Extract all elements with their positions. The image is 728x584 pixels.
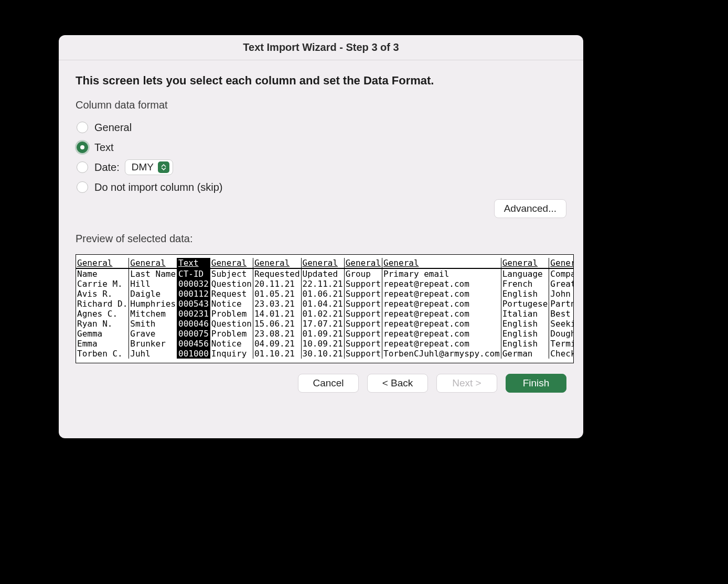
select-arrows-icon	[158, 161, 169, 173]
preview-table[interactable]: GeneralGeneralTextGeneralGeneralGeneralG…	[76, 258, 574, 359]
preview-pane[interactable]: GeneralGeneralTextGeneralGeneralGeneralG…	[76, 254, 574, 363]
table-row: Agnes C.Mitchem000231Problem14.01.2101.0…	[76, 309, 574, 319]
preview-label: Preview of selected data:	[76, 233, 566, 245]
table-row: EmmaBrunker000456Notice04.09.2110.09.21S…	[76, 339, 574, 349]
dialog-title: Text Import Wizard - Step 3 of 3	[59, 35, 583, 60]
column-format-radios: General Text Date: DMY Do not i	[77, 117, 566, 197]
column-header[interactable]: General	[382, 258, 501, 268]
radio-skip[interactable]	[77, 181, 88, 193]
column-header[interactable]: General	[210, 258, 253, 268]
instruction-text: This screen lets you select each column …	[76, 74, 566, 88]
table-row: Carrie M.Hill000032Question20.11.2122.11…	[76, 279, 574, 289]
column-header[interactable]: General	[253, 258, 301, 268]
next-button: Next >	[436, 374, 497, 393]
radio-general[interactable]	[77, 122, 88, 133]
column-header[interactable]: General	[301, 258, 344, 268]
column-header[interactable]: General	[549, 258, 574, 268]
advanced-button[interactable]: Advanced...	[494, 199, 566, 218]
dialog-footer: Cancel < Back Next > Finish	[76, 374, 566, 393]
radio-date-label: Date:	[94, 161, 120, 174]
table-row: Ryan N.Smith000046Question15.06.2117.07.…	[76, 319, 574, 329]
radio-text[interactable]	[77, 142, 88, 153]
column-format-label: Column data format	[76, 99, 566, 111]
cancel-button[interactable]: Cancel	[298, 374, 359, 393]
column-header[interactable]: General	[501, 258, 549, 268]
back-button[interactable]: < Back	[367, 374, 428, 393]
finish-button[interactable]: Finish	[506, 374, 566, 393]
radio-general-label: General	[94, 122, 132, 134]
import-wizard-dialog: Text Import Wizard - Step 3 of 3 This sc…	[59, 35, 583, 438]
table-row: Torben C.Juhl001000Inquiry01.10.2130.10.…	[76, 349, 574, 359]
column-header[interactable]: General	[129, 258, 177, 268]
date-format-value: DMY	[132, 161, 154, 173]
table-row: Avis R.Daigle000112Request01.05.2101.06.…	[76, 289, 574, 299]
column-header[interactable]: Text	[177, 258, 210, 268]
radio-skip-label: Do not import column (skip)	[94, 181, 223, 193]
column-header[interactable]: General	[344, 258, 382, 268]
table-row: GemmaGrave000075Problem23.08.2101.09.21S…	[76, 329, 574, 339]
date-format-select[interactable]: DMY	[125, 159, 173, 175]
radio-date[interactable]	[77, 161, 88, 173]
column-header[interactable]: General	[76, 258, 129, 268]
table-row: Richard D.Humphries000543Notice23.03.210…	[76, 299, 574, 309]
table-row: NameLast NameCT-IDSubjectRequestedUpdate…	[76, 268, 574, 279]
radio-text-label: Text	[94, 142, 114, 154]
